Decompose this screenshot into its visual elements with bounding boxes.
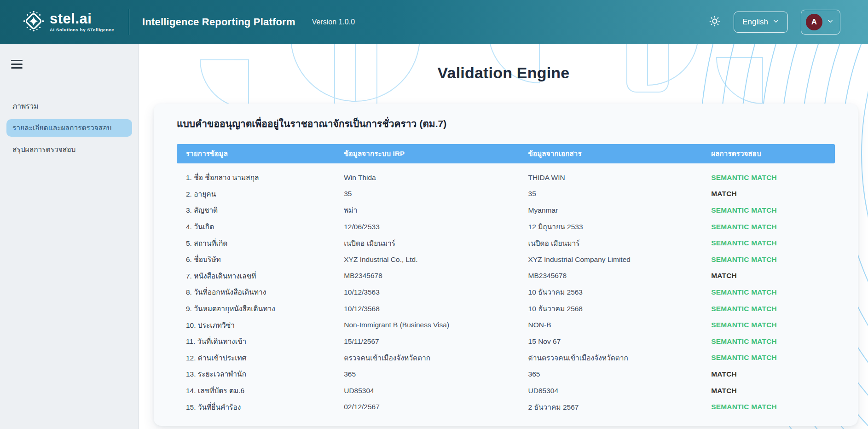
row-result-badge: MATCH — [711, 190, 835, 198]
row-result-badge: SEMANTIC MATCH — [711, 337, 835, 346]
table-row: 11. วันที่เดินทางเข้า 15/11/2567 15 Nov … — [177, 333, 835, 350]
app-title: Intelligence Reporting Platform — [142, 16, 295, 28]
sidebar: ภาพรวม รายละเอียดและผลการตรวจสอบ สรุปผลก… — [0, 44, 139, 429]
row-document-value: UD85304 — [528, 387, 712, 395]
row-item-label: 8. วันที่ออกหนังสือเดินทาง — [177, 286, 344, 298]
row-irp-value: เนปีดอ เมียนมาร์ — [344, 238, 528, 249]
table-row: 5. สถานที่เกิด เนปีดอ เมียนมาร์ เนปีดอ เ… — [177, 235, 835, 251]
row-irp-value: UD85304 — [344, 387, 528, 395]
column-header-document: ข้อมูลจากเอกสาร — [528, 148, 712, 159]
row-item-label: 13. ระยะเวลาพำนัก — [177, 368, 344, 380]
table-row: 9. วันหมดอายุหนังสือเดินทาง 10/12/3568 1… — [177, 301, 835, 317]
row-result-badge: SEMANTIC MATCH — [711, 354, 835, 362]
table-row: 2. อายุคน 35 35 MATCH — [177, 186, 835, 203]
chevron-down-icon — [827, 17, 833, 27]
sidebar-item-details-results[interactable]: รายละเอียดและผลการตรวจสอบ — [6, 119, 132, 137]
row-item-label: 3. สัญชาติ — [177, 204, 344, 216]
app-version: Version 1.0.0 — [312, 18, 355, 26]
table-body: 1. ชื่อ ชื่อกลาง นามสกุล Win Thida THIDA… — [177, 163, 835, 415]
sidebar-item-overview[interactable]: ภาพรวม — [6, 98, 132, 115]
language-value: English — [742, 17, 768, 27]
avatar: A — [806, 14, 822, 30]
row-document-value: THIDA WIN — [528, 174, 712, 182]
table-row: 14. เลขที่บัตร ตม.6 UD85304 UD85304 MATC… — [177, 383, 835, 399]
main-content: Validation Engine แบบคำขออนุญาตเพื่ออยู่… — [139, 44, 868, 429]
row-irp-value: 365 — [344, 370, 528, 378]
row-result-badge: SEMANTIC MATCH — [711, 174, 835, 182]
row-item-label: 5. สถานที่เกิด — [177, 238, 344, 249]
hamburger-menu-icon[interactable] — [11, 58, 23, 71]
table-row: 12. ด่านเข้าประเทศ ตรวจคนเข้าเมืองจังหวั… — [177, 350, 835, 366]
row-document-value: 15 Nov 67 — [528, 337, 712, 346]
table-row: 6. ชื่อบริษัท XYZ Industrial Co., Ltd. X… — [177, 251, 835, 268]
row-result-badge: MATCH — [711, 370, 835, 378]
row-item-label: 15. วันที่ยื่นคำร้อง — [177, 401, 344, 413]
row-result-badge: SEMANTIC MATCH — [711, 321, 835, 329]
theme-toggle-button[interactable] — [709, 15, 721, 29]
row-document-value: NON-B — [528, 321, 712, 329]
user-menu-button[interactable]: A — [801, 10, 840, 35]
table-row: 13. ระยะเวลาพำนัก 365 365 MATCH — [177, 366, 835, 383]
row-document-value: MB2345678 — [528, 272, 712, 280]
brand-name: stel.ai — [50, 12, 114, 26]
table-row: 7. หนังสือเดินทางเลขที่ MB2345678 MB2345… — [177, 268, 835, 284]
row-irp-value: XYZ Industrial Co., Ltd. — [344, 255, 528, 264]
sidebar-item-summary[interactable]: สรุปผลการตรวจสอบ — [6, 141, 132, 158]
row-item-label: 11. วันที่เดินทางเข้า — [177, 336, 344, 347]
row-irp-value: 02/12/2567 — [344, 403, 528, 411]
row-irp-value: Win Thida — [344, 174, 528, 182]
chevron-down-icon — [773, 17, 779, 27]
row-document-value: ด่านตรวจคนเข้าเมืองจังหวัดตาก — [528, 352, 712, 364]
row-result-badge: SEMANTIC MATCH — [711, 239, 835, 247]
row-result-badge: MATCH — [711, 272, 835, 280]
brand-logo: stel.ai AI Solutions by STelligence — [23, 11, 114, 34]
stelai-diamond-icon — [23, 11, 44, 34]
row-irp-value: Non-Immigrant B (Business Visa) — [344, 321, 528, 329]
validation-card: แบบคำขออนุญาตเพื่ออยู่ในราชอาณาจักรเป็นก… — [154, 104, 858, 426]
table-row: 3. สัญชาติ พม่า Myanmar SEMANTIC MATCH — [177, 202, 835, 219]
row-item-label: 2. อายุคน — [177, 188, 344, 200]
brand-tagline: AI Solutions by STelligence — [50, 27, 114, 32]
column-header-irp: ข้อมูลจากระบบ IRP — [344, 148, 528, 159]
card-title: แบบคำขออนุญาตเพื่ออยู่ในราชอาณาจักรเป็นก… — [177, 116, 835, 131]
row-item-label: 14. เลขที่บัตร ตม.6 — [177, 385, 344, 396]
row-result-badge: SEMANTIC MATCH — [711, 288, 835, 296]
row-result-badge: SEMANTIC MATCH — [711, 223, 835, 231]
language-selector[interactable]: English — [734, 12, 788, 33]
row-item-label: 6. ชื่อบริษัท — [177, 254, 344, 265]
row-document-value: 12 มิถุนายน 2533 — [528, 221, 712, 232]
row-irp-value: MB2345678 — [344, 272, 528, 280]
row-item-label: 1. ชื่อ ชื่อกลาง นามสกุล — [177, 172, 344, 183]
row-item-label: 4. วันเกิด — [177, 221, 344, 232]
column-header-result: ผลการตรวจสอบ — [711, 148, 835, 159]
row-document-value: เนปีดอ เมียนมาร์ — [528, 238, 712, 249]
row-document-value: 365 — [528, 370, 712, 378]
table-row: 8. วันที่ออกหนังสือเดินทาง 10/12/3563 10… — [177, 284, 835, 301]
row-result-badge: SEMANTIC MATCH — [711, 305, 835, 313]
row-item-label: 12. ด่านเข้าประเทศ — [177, 352, 344, 364]
table-row: 10. ประเภทวีซ่า Non-Immigrant B (Busines… — [177, 317, 835, 333]
row-irp-value: 10/12/3563 — [344, 288, 528, 296]
page-title: Validation Engine — [139, 64, 868, 82]
row-item-label: 9. วันหมดอายุหนังสือเดินทาง — [177, 303, 344, 314]
app-header: stel.ai AI Solutions by STelligence Inte… — [0, 0, 868, 44]
row-document-value: 2 ธันวาคม 2567 — [528, 401, 712, 413]
table-header: รายการข้อมูล ข้อมูลจากระบบ IRP ข้อมูลจาก… — [177, 144, 835, 163]
column-header-item: รายการข้อมูล — [177, 148, 344, 159]
table-row: 1. ชื่อ ชื่อกลาง นามสกุล Win Thida THIDA… — [177, 169, 835, 186]
row-item-label: 7. หนังสือเดินทางเลขที่ — [177, 270, 344, 282]
table-row: 4. วันเกิด 12/06/2533 12 มิถุนายน 2533 S… — [177, 219, 835, 235]
row-document-value: 10 ธันวาคม 2563 — [528, 286, 712, 298]
row-item-label: 10. ประเภทวีซ่า — [177, 319, 344, 331]
row-irp-value: 10/12/3568 — [344, 305, 528, 313]
table-row: 15. วันที่ยื่นคำร้อง 02/12/2567 2 ธันวาค… — [177, 399, 835, 415]
row-irp-value: พม่า — [344, 204, 528, 216]
row-irp-value: 35 — [344, 190, 528, 198]
row-document-value: Myanmar — [528, 206, 712, 214]
row-result-badge: SEMANTIC MATCH — [711, 255, 835, 264]
row-result-badge: MATCH — [711, 387, 835, 395]
row-document-value: XYZ Industrial Company Limited — [528, 255, 712, 264]
row-document-value: 10 ธันวาคม 2568 — [528, 303, 712, 314]
row-document-value: 35 — [528, 190, 712, 198]
row-irp-value: 12/06/2533 — [344, 223, 528, 231]
